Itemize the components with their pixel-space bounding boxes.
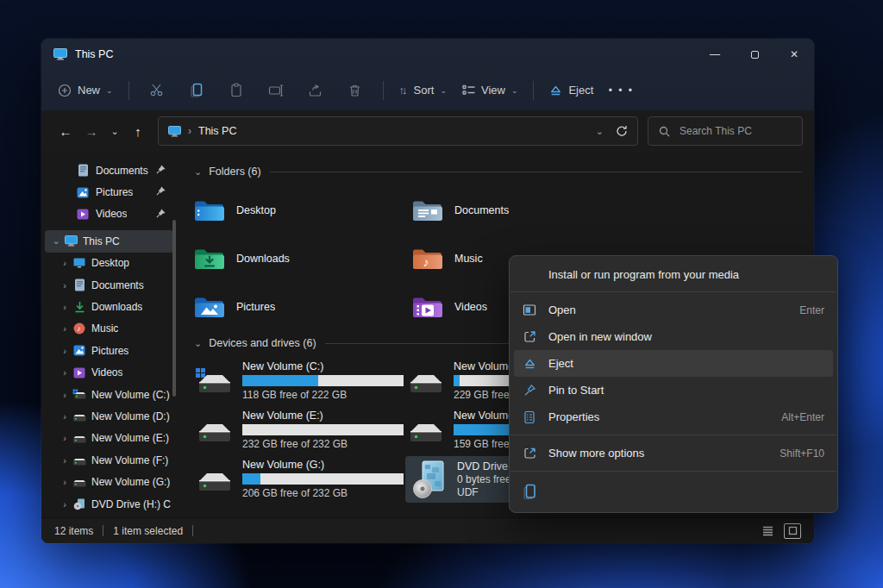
address-dropdown-chevron-icon[interactable]: ⌄ [596,126,604,137]
chevron-down-icon: ⌄ [440,86,447,95]
sidebar-item-documents[interactable]: › Documents [45,274,173,296]
chevron-right-icon[interactable]: › [59,390,71,400]
sidebar-item-pictures[interactable]: › Pictures [45,340,173,361]
chevron-right-icon[interactable]: › [59,455,71,466]
details-view-button[interactable] [759,523,776,539]
sidebar-item-downloads[interactable]: › Downloads [45,296,173,317]
menu-item-label: Open [548,303,799,316]
sidebar-item-this-pc[interactable]: ⌄ This PC [45,230,173,252]
up-button[interactable]: ↑ [125,118,151,144]
sidebar-item-music[interactable]: › ♪ Music [45,318,173,340]
sidebar-item-pictures-pinned[interactable]: Pictures [45,181,173,203]
sidebar-scrollbar[interactable] [172,220,176,397]
menu-item-open-in-new-window[interactable]: Open in new window [514,323,833,350]
chevron-right-icon[interactable]: › [59,258,71,268]
chevron-down-icon[interactable]: ⌄ [50,235,62,247]
recent-locations-button[interactable]: ⌄ [104,118,125,144]
breadcrumb-location[interactable]: This PC [198,125,236,137]
chevron-right-icon[interactable]: › [59,280,71,291]
large-icons-view-button[interactable] [784,523,801,539]
drive-free-space: 206 GB free of 232 GB [242,487,404,499]
drive-tile-e[interactable]: New Volume (E:) 232 GB free of 232 GB [194,405,405,454]
status-divider [192,525,193,536]
sidebar-item-drive-c[interactable]: › New Volume (C:) [45,384,173,405]
menu-item-show-more-options[interactable]: Show more options Shift+F10 [514,440,833,466]
items-count: 12 items [54,525,93,537]
chevron-right-icon[interactable]: › [59,367,71,378]
forward-button[interactable]: → [78,118,104,144]
dvd-drive-icon [71,498,88,510]
dvd-drive-icon [411,460,448,499]
menu-item-label: Properties [548,410,781,423]
eject-toolbar-button[interactable]: Eject [542,78,601,102]
trash-icon [348,84,361,97]
new-button[interactable]: New ⌄ [50,78,121,103]
drive-tile-c[interactable]: New Volume (C:) 118 GB free of 222 GB [194,356,405,405]
sidebar-item-drive-e[interactable]: › New Volume (E:) [45,428,173,449]
sidebar-item-drive-g[interactable]: › New Volume (G:) [45,471,173,492]
properties-icon [523,410,536,424]
minimize-button[interactable]: — [695,39,735,70]
pictures-icon [74,187,91,198]
delete-button[interactable] [338,77,373,104]
copy-icon [190,83,204,97]
chevron-right-icon[interactable]: › [59,477,71,487]
search-box[interactable]: Search This PC [648,116,803,146]
drives-header-label: Devices and drives (6) [209,337,316,349]
folder-tile-downloads[interactable]: Downloads [194,235,412,283]
copy-icon[interactable] [523,484,536,500]
sidebar-item-drive-d[interactable]: › New Volume (D:) [45,405,173,427]
chevron-right-icon[interactable]: › [59,411,71,422]
sort-button[interactable]: ↑↓ Sort ⌄ [391,78,454,102]
sidebar-item-label: New Volume (G:) [91,476,170,488]
view-button[interactable]: View ⌄ [454,78,526,102]
address-bar[interactable]: › This PC ⌄ [158,116,638,146]
chevron-down-icon: ⌄ [194,166,202,178]
copy-button[interactable] [179,77,214,104]
plus-circle-icon [58,84,72,97]
chevron-right-icon[interactable]: › [59,346,71,356]
desktop-icon [71,258,88,268]
menu-item-shortcut: Shift+F10 [780,447,824,460]
chevron-right-icon[interactable]: › [59,499,71,510]
chevron-right-icon[interactable]: › [59,433,71,443]
hard-drive-icon [405,366,445,396]
menu-item-open[interactable]: Open Enter [514,297,833,323]
share-button[interactable] [298,77,333,104]
menu-item-install-or-run[interactable]: Install or run program from your media [514,261,833,287]
folders-section-header[interactable]: ⌄ Folders (6) [194,163,802,180]
sidebar-item-videos[interactable]: › Videos [45,362,173,384]
maximize-button[interactable] [735,39,774,70]
empty-icon-slot [523,267,536,281]
cut-button[interactable] [140,77,174,104]
chevron-right-icon[interactable]: › [59,302,71,312]
back-button[interactable]: ← [53,118,78,144]
menu-item-label: Eject [548,357,824,370]
menu-item-pin-to-start[interactable]: Pin to Start [514,377,833,403]
sidebar-item-dvd-drive[interactable]: › DVD Drive (H:) C [45,493,173,515]
sidebar-item-videos-pinned[interactable]: Videos [45,203,173,225]
this-pc-icon [53,48,67,60]
chevron-right-icon[interactable]: › [59,323,71,334]
folder-tile-pictures[interactable]: Pictures [194,283,412,331]
sidebar-item-drive-f[interactable]: › New Volume (F:) [45,449,173,471]
drive-tile-g[interactable]: New Volume (G:) 206 GB free of 232 GB [194,454,405,504]
close-icon: ✕ [790,48,798,60]
sidebar-item-documents-pinned[interactable]: Documents [45,160,173,181]
paste-button[interactable] [219,77,254,104]
menu-item-eject[interactable]: Eject [514,350,833,377]
refresh-icon[interactable] [616,125,628,137]
rename-button[interactable] [259,77,293,104]
folder-tile-desktop[interactable]: Desktop [194,186,412,235]
details-view-icon [762,526,773,536]
menu-item-properties[interactable]: Properties Alt+Enter [514,403,833,430]
close-button[interactable]: ✕ [774,39,814,70]
hard-drive-icon [405,416,445,445]
titlebar[interactable]: This PC — ✕ [41,39,814,70]
sidebar-item-desktop[interactable]: › Desktop [45,253,173,274]
sidebar-item-label: Pictures [91,345,128,357]
see-more-button[interactable]: • • • [604,77,638,104]
pictures-icon [71,345,88,356]
eject-icon [523,357,536,371]
folder-tile-documents[interactable]: Documents [412,186,630,235]
